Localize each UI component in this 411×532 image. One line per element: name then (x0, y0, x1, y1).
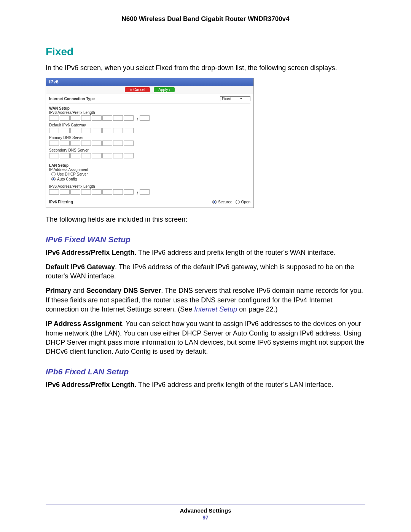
radio-selected-icon (51, 177, 56, 181)
secured-label: Secured (218, 200, 232, 204)
open-label: Open (241, 200, 250, 204)
ipv6-settings-screenshot: IPv6 ✕ Cancel Apply › Internet Connectio… (46, 78, 254, 208)
default-gateway-input[interactable] (49, 128, 250, 134)
auto-config-label: Auto Config (57, 177, 77, 181)
auto-config-radio[interactable]: Auto Config (51, 177, 250, 182)
section-title-fixed: Fixed (46, 46, 365, 58)
use-dhcp-label: Use DHCP Server (57, 172, 88, 176)
wan-p4-label: IP Address Assignment (46, 320, 122, 328)
wan-setup-heading: WAN Setup (49, 106, 250, 110)
default-gateway-label: Default IPv6 Gateway (49, 123, 250, 127)
ip-assignment-label: IP Address Assignment (49, 168, 250, 172)
radio-icon (51, 172, 56, 176)
lan-setup-heading: LAN Setup (49, 163, 250, 168)
wan-p3-label2: Secondary DNS Server (86, 287, 161, 294)
intro-text: In the IPv6 screen, when you select Fixe… (46, 63, 365, 72)
radio-selected-icon (212, 200, 217, 204)
screenshot-button-bar: ✕ Cancel Apply › (46, 86, 253, 94)
wan-p1-text: . The IPv6 address and prefix length of … (134, 249, 336, 256)
secondary-dns-input[interactable] (49, 153, 250, 159)
wan-p2-label: Default IPv6 Gateway (46, 263, 115, 271)
wan-p4: IP Address Assignment. You can select ho… (46, 319, 365, 356)
select-value: Fixed (222, 97, 231, 101)
open-radio[interactable]: Open (236, 200, 250, 204)
wan-p3-text-b: on page 22.) (237, 305, 277, 313)
ipv6-address-label: IPv6 Address/Prefix Length (49, 110, 250, 115)
page-footer: Advanced Settings 97 (46, 502, 365, 521)
cancel-button[interactable]: ✕ Cancel (125, 87, 150, 92)
primary-dns-input[interactable] (49, 141, 250, 147)
wan-setup-subheading: IPv6 Fixed WAN Setup (46, 235, 365, 244)
document-page: N600 Wireless Dual Band Gigabit Router W… (0, 0, 411, 532)
wan-ipv6-address-input[interactable]: / (49, 115, 250, 121)
apply-label: Apply (158, 88, 168, 92)
lan-ipv6-address-label: IPv6 Address/Prefix Length (49, 184, 250, 189)
wan-p3-and: and (71, 287, 86, 294)
following-fields-text: The following fields are included in thi… (46, 215, 365, 224)
doc-header: N600 Wireless Dual Band Gigabit Router W… (46, 15, 365, 23)
wan-p1-label: IPv6 Address/Prefix Length (46, 249, 134, 256)
internet-connection-type-label: Internet Connection Type (49, 97, 95, 101)
close-icon: ✕ (129, 88, 132, 92)
radio-icon (236, 200, 240, 204)
primary-dns-label: Primary DNS Server (49, 136, 250, 140)
lan-ipv6-address-input[interactable]: / (49, 189, 250, 195)
footer-title: Advanced Settings (46, 507, 365, 514)
secured-radio[interactable]: Secured (212, 200, 232, 204)
lan-p1-text: . The IPv6 address and prefix length of … (134, 381, 333, 388)
footer-page-number: 97 (46, 514, 365, 521)
use-dhcp-radio[interactable]: Use DHCP Server (51, 172, 250, 177)
chevron-right-icon: › (169, 88, 170, 92)
wan-p3-label1: Primary (46, 287, 71, 294)
internet-setup-link[interactable]: Internet Setup (194, 305, 237, 313)
wan-p1: IPv6 Address/Prefix Length. The IPv6 add… (46, 248, 365, 257)
internet-connection-type-select[interactable]: Fixed ▼ (220, 96, 250, 101)
apply-button[interactable]: Apply › (154, 87, 175, 92)
screenshot-title: IPv6 (46, 78, 253, 86)
wan-p2: Default IPv6 Gateway. The IPv6 address o… (46, 262, 365, 281)
footer-divider (46, 505, 365, 505)
secondary-dns-label: Secondary DNS Server (49, 148, 250, 152)
lan-setup-subheading: IPb6 Fixed LAN Setup (46, 367, 365, 376)
cancel-label: Cancel (133, 88, 145, 92)
lan-p1: IPv6 Address/Prefix Length. The IPv6 add… (46, 380, 365, 389)
wan-p3: Primary and Secondary DNS Server. The DN… (46, 286, 365, 314)
ipv6-filtering-label: IPv6 Filtering (49, 200, 73, 204)
chevron-down-icon: ▼ (238, 97, 242, 101)
lan-p1-label: IPv6 Address/Prefix Length (46, 381, 134, 388)
